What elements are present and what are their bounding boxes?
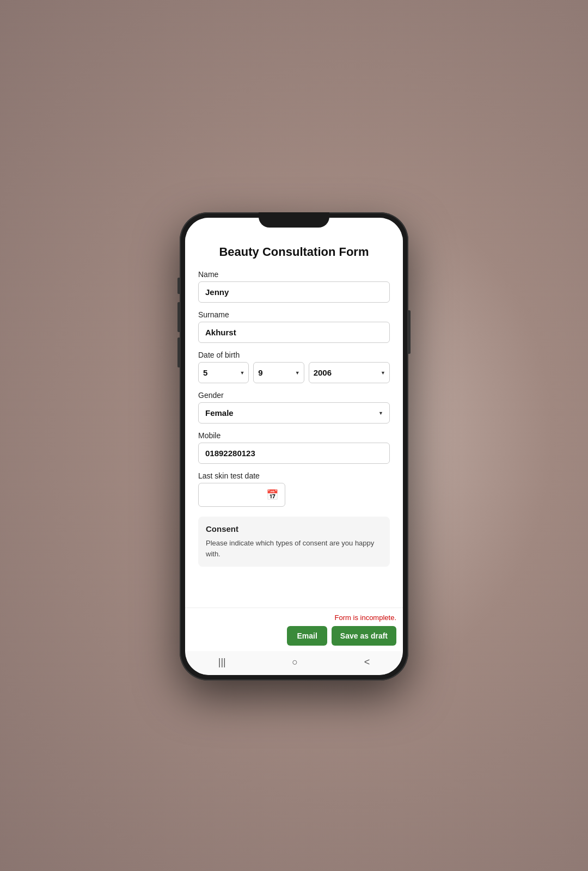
nav-home-icon[interactable]: ○ <box>292 657 298 668</box>
surname-label: Surname <box>198 310 390 319</box>
gender-select[interactable]: Female Male Non-binary Prefer not to say <box>198 402 390 424</box>
name-input[interactable] <box>198 281 390 303</box>
volume-down-button <box>177 302 180 332</box>
nav-back-icon[interactable]: < <box>364 657 370 668</box>
form-title: Beauty Consultation Form <box>198 245 390 259</box>
skin-test-field-group: Last skin test date 📅 <box>198 471 390 507</box>
consent-section: Consent Please indicate which types of c… <box>198 517 390 567</box>
mobile-label: Mobile <box>198 431 390 440</box>
mobile-input[interactable] <box>198 443 390 464</box>
dob-month-select[interactable]: 9 <box>253 362 304 383</box>
volume-up-button <box>177 278 180 294</box>
surname-input[interactable] <box>198 322 390 343</box>
calendar-icon: 📅 <box>266 489 278 501</box>
save-draft-button[interactable]: Save as draft <box>332 626 396 646</box>
skin-test-label: Last skin test date <box>198 471 390 480</box>
consent-title: Consent <box>206 524 382 533</box>
phone-shell: Beauty Consultation Form Name Surname Da… <box>180 212 408 680</box>
gender-label: Gender <box>198 391 390 400</box>
dob-day-wrapper: 5 <box>198 362 249 383</box>
dob-day-select[interactable]: 5 <box>198 362 249 383</box>
dob-row: 5 9 2006 <box>198 362 390 383</box>
action-buttons: Email Save as draft <box>287 626 396 646</box>
dob-label: Date of birth <box>198 351 390 359</box>
gender-wrapper: Female Male Non-binary Prefer not to say <box>198 402 390 424</box>
form-content: Beauty Consultation Form Name Surname Da… <box>185 218 403 608</box>
dob-month-wrapper: 9 <box>253 362 304 383</box>
nav-recent-apps-icon[interactable]: ||| <box>218 657 226 668</box>
dob-year-wrapper: 2006 <box>309 362 390 383</box>
consent-description: Please indicate which types of consent a… <box>206 538 382 559</box>
name-label: Name <box>198 270 390 279</box>
gender-field-group: Gender Female Male Non-binary Prefer not… <box>198 391 390 424</box>
screen: Beauty Consultation Form Name Surname Da… <box>185 218 403 675</box>
nav-bar: ||| ○ < <box>185 651 403 675</box>
name-field-group: Name <box>198 270 390 303</box>
bottom-bar: Form is incomplete. Email Save as draft <box>185 608 403 651</box>
form-incomplete-message: Form is incomplete. <box>335 614 396 622</box>
silent-switch <box>177 338 180 367</box>
email-button[interactable]: Email <box>287 626 327 646</box>
skin-test-date-input[interactable]: 📅 <box>198 483 285 507</box>
notch <box>259 212 329 228</box>
dob-field-group: Date of birth 5 9 2006 <box>198 351 390 383</box>
mobile-field-group: Mobile <box>198 431 390 464</box>
dob-year-select[interactable]: 2006 <box>309 362 390 383</box>
power-button <box>408 310 411 354</box>
surname-field-group: Surname <box>198 310 390 343</box>
